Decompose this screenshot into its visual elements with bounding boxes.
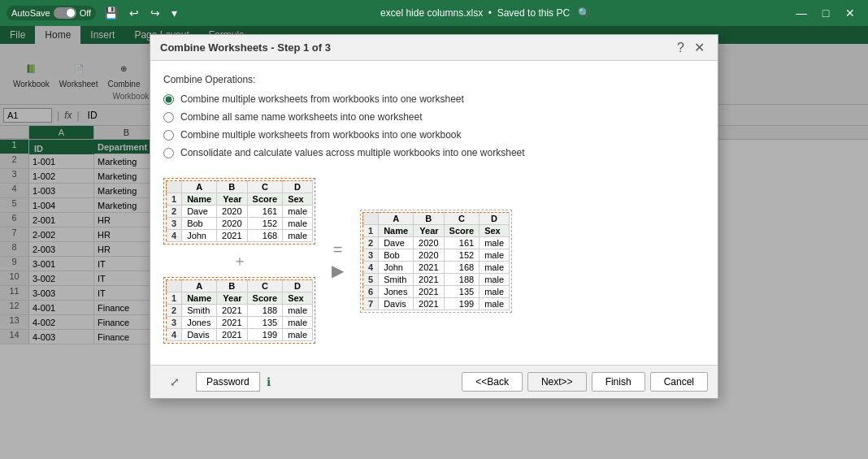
finish-button[interactable]: Finish: [592, 372, 645, 392]
footer-left: ⤢ Password ℹ: [160, 372, 271, 392]
saved-status: Saved to this PC: [497, 7, 570, 19]
col-d: D: [283, 280, 313, 292]
cell-year: 2021: [217, 230, 247, 242]
dialog-close-button[interactable]: ✕: [691, 40, 708, 55]
cell-score: 199: [247, 329, 283, 341]
radio-input-1[interactable]: [163, 112, 174, 123]
arrow-right-symbol: ▶: [332, 261, 344, 280]
dialog-link-button[interactable]: ⤢: [160, 372, 189, 392]
table-row: 4 John 2021 168 male: [363, 261, 510, 273]
next-button[interactable]: Next>>: [527, 372, 587, 392]
cell-score-h: Score: [247, 193, 283, 206]
mini-table-2: A B C D 1 Name Year Score: [166, 279, 313, 341]
cell-name: Davis: [182, 329, 217, 341]
col-d: D: [283, 181, 313, 193]
cell-score: 199: [444, 297, 480, 310]
cell-sex: male: [283, 305, 313, 317]
redo-button[interactable]: ↪: [147, 5, 163, 21]
cell-year: 2020: [414, 249, 444, 261]
row-1: 1: [363, 224, 379, 236]
diagram-area: A B C D 1 Name Year Score: [163, 170, 705, 352]
corner: [167, 280, 182, 292]
radio-label-0: Combine multiple worksheets from workboo…: [180, 93, 464, 105]
cell-name-h: Name: [379, 224, 414, 236]
row-1: 1: [167, 193, 182, 206]
source-tables: A B C D 1 Name Year Score: [163, 178, 315, 344]
cell-score: 161: [444, 236, 480, 249]
table-row: 3 Jones 2021 135 male: [167, 317, 313, 329]
radio-label-2: Combine multiple worksheets from workboo…: [180, 129, 462, 141]
cell-sex: male: [283, 329, 313, 341]
cell-sex-h: Sex: [283, 193, 313, 206]
cell-year: 2021: [414, 261, 444, 273]
cell-year-h: Year: [217, 292, 247, 305]
row-num: 4: [363, 261, 379, 273]
autosave-toggle[interactable]: AutoSave Off: [7, 6, 96, 20]
result-table: A B C D 1 Name Year Score Sex: [360, 210, 512, 313]
cell-sex: male: [480, 285, 510, 297]
info-icon[interactable]: ℹ: [267, 375, 271, 388]
back-button[interactable]: <<Back: [462, 372, 523, 392]
password-button[interactable]: Password: [196, 372, 260, 392]
cell-name: Smith: [379, 273, 414, 285]
close-button[interactable]: ✕: [839, 2, 861, 24]
undo-button[interactable]: ↩: [126, 5, 142, 21]
radio-option-0[interactable]: Combine multiple worksheets from workboo…: [163, 93, 705, 105]
filename: excel hide columns.xlsx: [380, 7, 483, 19]
plus-symbol: ＋: [163, 251, 315, 271]
minimize-button[interactable]: —: [790, 2, 813, 24]
cell-name: Davis: [379, 297, 414, 310]
cell-name: Smith: [182, 305, 217, 317]
cell-score: 152: [444, 249, 480, 261]
col-a: A: [182, 280, 217, 292]
cell-sex: male: [283, 230, 313, 242]
cell-name: John: [379, 261, 414, 273]
cell-score: 161: [247, 206, 283, 218]
col-b: B: [414, 212, 444, 224]
col-b: B: [217, 280, 247, 292]
radio-input-0[interactable]: [163, 94, 174, 105]
col-c: C: [444, 212, 480, 224]
dialog-help-button[interactable]: ?: [674, 40, 688, 55]
cell-year: 2021: [414, 297, 444, 310]
radio-option-3[interactable]: Consolidate and calculate values across …: [163, 147, 705, 158]
maximize-button[interactable]: □: [814, 2, 837, 24]
radio-input-3[interactable]: [163, 148, 174, 158]
row-num: 5: [363, 273, 379, 285]
table-row: 3 Bob 2020 152 male: [363, 249, 510, 261]
cell-year: 2021: [217, 329, 247, 341]
radio-group: Combine multiple worksheets from workboo…: [163, 93, 705, 158]
customize-button[interactable]: ▾: [168, 5, 180, 21]
save-button[interactable]: 💾: [101, 5, 121, 21]
cell-year-h: Year: [217, 193, 247, 206]
cell-sex: male: [480, 249, 510, 261]
cell-score: 168: [444, 261, 480, 273]
cancel-button[interactable]: Cancel: [650, 372, 708, 392]
title-bar-left: AutoSave Off 💾 ↩ ↪ ▾: [7, 5, 180, 21]
title-bar-center: excel hide columns.xlsx • Saved to this …: [180, 7, 790, 19]
radio-option-2[interactable]: Combine multiple worksheets from workboo…: [163, 129, 705, 141]
cell-score: 135: [444, 285, 480, 297]
dialog-footer: ⤢ Password ℹ <<Back Next>> Finish Cancel: [150, 365, 718, 398]
cell-sex-h: Sex: [480, 224, 510, 236]
radio-input-2[interactable]: [163, 130, 174, 141]
row-num: 3: [167, 317, 182, 329]
arrow-area: = ▶: [325, 241, 350, 280]
row-num: 2: [167, 305, 182, 317]
table-row: 2 Dave 2020 161 male: [363, 236, 510, 249]
source-table-1: A B C D 1 Name Year Score: [163, 178, 315, 245]
cell-score: 188: [444, 273, 480, 285]
dialog-overlay: Combine Worksheets - Step 1 of 3 ? ✕ Com…: [0, 26, 868, 459]
radio-label-3: Consolidate and calculate values across …: [180, 147, 525, 158]
cell-score: 152: [247, 218, 283, 230]
cell-name: Dave: [182, 206, 217, 218]
autosave-state[interactable]: [54, 7, 76, 19]
autosave-label: AutoSave: [11, 8, 50, 18]
radio-option-1[interactable]: Combine all same name worksheets into on…: [163, 111, 705, 123]
mini-table-1: A B C D 1 Name Year Score: [166, 180, 313, 242]
row-num: 4: [167, 329, 182, 341]
col-c: C: [247, 280, 283, 292]
cell-sex: male: [283, 317, 313, 329]
dialog-body: Combine Operations: Combine multiple wor…: [150, 61, 718, 365]
cell-year: 2021: [217, 305, 247, 317]
